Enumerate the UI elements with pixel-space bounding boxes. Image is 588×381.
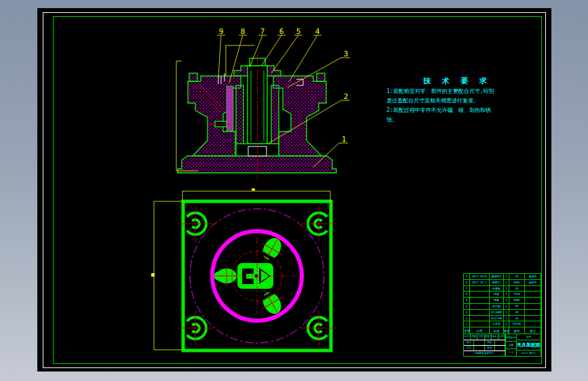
bom-qty: 1	[504, 316, 509, 321]
bom-note	[525, 321, 541, 327]
bom-header: 备注	[525, 327, 541, 334]
bom-name: 钻模板	[490, 286, 504, 292]
bom-name: 螺母M12	[490, 274, 504, 279]
bom-qty: 1	[504, 321, 509, 327]
bom-qty: 1	[504, 298, 509, 303]
tb-blank	[495, 340, 505, 345]
bom-mat: 45	[509, 316, 525, 321]
table-row: 4定位销245	[463, 303, 541, 309]
bom-no: 3	[464, 310, 470, 315]
tb-label: 标记	[464, 334, 471, 340]
column-wall-left	[236, 85, 243, 145]
bom-qty: 1	[504, 286, 509, 292]
bom-code	[470, 316, 490, 321]
scale-cells: 阶段标记 质量 1:1	[506, 334, 517, 356]
bom-mat: HT200	[509, 321, 525, 327]
bom-mat: T10A	[509, 292, 525, 297]
base-plate	[178, 156, 336, 173]
callout-5: 5	[296, 27, 301, 36]
bom-code: GB/T 97.1	[470, 280, 490, 285]
bom-note	[525, 304, 541, 309]
bom-qty: 1	[504, 310, 509, 315]
cad-application-window: 9 8 7 6 5 4 3 2 1	[0, 0, 588, 381]
tech-req-line: 蚀。	[387, 115, 546, 124]
bom-note: 标准件	[525, 274, 541, 279]
table-row: 8GB/T 97.1垫圈12165Mn标准件	[463, 279, 541, 285]
tech-req-line: 2:装配过程中零件不允许磕、碰、划伤和锈	[387, 106, 546, 115]
bom-header: 代号	[470, 327, 490, 334]
callout-4: 4	[315, 27, 320, 36]
technical-requirements: 技 术 要 求 1:装配前应对零、部件的主要配合尺寸,特别 是过盈配合尺寸及相关…	[387, 76, 546, 124]
tech-req-line: 1:装配前应对零、部件的主要配合尺寸,特别	[387, 87, 546, 96]
signature-row: 工艺 批准	[464, 345, 505, 350]
bom-no: 4	[464, 304, 470, 309]
table-row: 6钻套3T10A	[463, 291, 541, 297]
bom-no: 7	[464, 286, 470, 292]
bom-name: 定位心轴	[490, 316, 504, 321]
bom-note	[525, 292, 541, 297]
bom-note	[525, 286, 541, 292]
tech-req-line: 是过盈配合尺寸及相关精度进行复查。	[387, 96, 546, 105]
bom-mat: 45	[509, 286, 525, 292]
bom-code	[470, 310, 490, 315]
tb-org: 机械制造装备设计	[464, 351, 505, 356]
tb-role: 工艺	[464, 346, 474, 350]
bom-name: 钻套	[490, 292, 504, 297]
revision-header-row: 标记 处数 分区 更改文件号 签名 年月日	[464, 334, 505, 340]
tb-mass-label: 质量	[506, 342, 516, 349]
drawing-title: 夹具装配图	[517, 340, 541, 350]
bom-name: 垫圈12	[490, 280, 504, 285]
housing-step-left	[189, 73, 197, 81]
column-wall-right	[271, 85, 279, 145]
bom-code	[470, 321, 490, 327]
callout-1: 1	[342, 135, 347, 144]
callout-3: 3	[344, 49, 349, 58]
bom-code: GB/T 6170	[470, 274, 490, 279]
bom-qty: 3	[504, 292, 509, 297]
tb-blank	[474, 340, 484, 345]
bom-mat: 45	[509, 304, 525, 309]
tb-blank	[495, 346, 505, 350]
bom-note	[525, 298, 541, 303]
bom-qty: 1	[504, 274, 509, 279]
table-row: 9GB/T 6170螺母M12145标准件	[463, 273, 541, 279]
bom-code	[470, 298, 490, 303]
tech-req-title: 技 术 要 求	[423, 76, 546, 86]
revision-grid: 标记 处数 分区 更改文件号 签名 年月日 设计 审核 工艺 批准	[464, 334, 506, 356]
bom-name: 开口垫圈	[490, 310, 504, 315]
signature-row: 机械制造装备设计	[464, 350, 505, 356]
section-view	[178, 58, 336, 173]
plan-view	[151, 188, 336, 350]
bom-code	[470, 304, 490, 309]
bom-name: 定位销	[490, 304, 504, 309]
signature-row: 设计 审核	[464, 340, 505, 345]
title-block-bottom: 标记 处数 分区 更改文件号 签名 年月日 设计 审核 工艺 批准	[463, 334, 541, 357]
callout-2: 2	[344, 92, 349, 101]
table-row: 3开口垫圈145	[463, 309, 541, 315]
bom-no: 9	[464, 274, 470, 279]
tb-scale-value: 1:1	[506, 349, 516, 357]
bom-code	[470, 286, 490, 292]
tb-label: 处数	[471, 334, 477, 340]
bom-name: 夹具体	[490, 321, 504, 327]
tb-blank	[474, 346, 484, 350]
bom-no: 6	[464, 292, 470, 297]
title-block: 9GB/T 6170螺母M12145标准件 8GB/T 97.1垫圈12165M…	[463, 273, 541, 363]
bom-header: 名称	[490, 327, 504, 334]
bom-mat: 65Mn	[509, 280, 525, 285]
tb-label: 年月日	[498, 334, 505, 340]
cam-lobe-lower-right	[255, 285, 289, 321]
bom-mat: 45	[509, 310, 525, 315]
bom-note	[525, 310, 541, 315]
table-row: 2定位心轴145	[463, 315, 541, 321]
callout-7: 7	[260, 27, 265, 36]
tb-label: 签名	[492, 334, 498, 340]
tb-role: 批准	[485, 346, 495, 350]
bom-code	[470, 292, 490, 297]
sheet-count: 共1张 第1张	[517, 350, 541, 356]
tb-stage-label: 阶段标记	[506, 334, 516, 342]
bom-no: 8	[464, 280, 470, 285]
bom-no: 5	[464, 298, 470, 303]
bom-note	[525, 316, 541, 321]
tb-label: 分区	[477, 334, 484, 340]
